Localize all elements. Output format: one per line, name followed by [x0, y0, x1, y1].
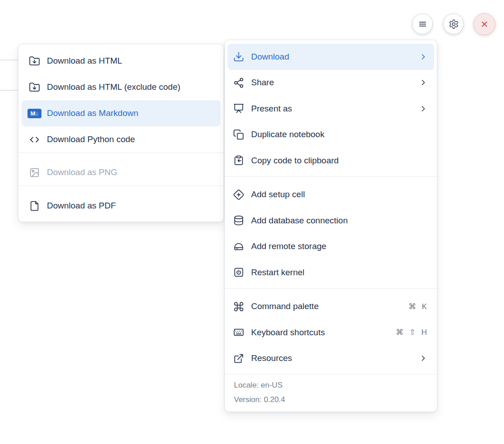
chevron-right-icon: [419, 52, 428, 61]
close-button[interactable]: [473, 13, 495, 35]
submenu-section-1: Download as HTML Download as HTML (exclu…: [18, 44, 224, 153]
menu-item-label: Resources: [251, 353, 412, 363]
drive-icon: [233, 241, 244, 252]
menu-item-label: Copy code to clipboard: [251, 156, 428, 166]
file-icon: [29, 200, 40, 212]
settings-button[interactable]: [443, 14, 464, 34]
menu-item-resources[interactable]: Resources: [228, 346, 434, 372]
share-icon: [233, 77, 244, 88]
menu-item-add-database-connection[interactable]: Add database connection: [228, 208, 434, 234]
command-icon: [233, 301, 244, 312]
menu-item-copy-code-to-clipboard[interactable]: Copy code to clipboard: [228, 148, 434, 174]
menu-item-command-palette[interactable]: Command palette ⌘ K: [228, 294, 434, 320]
menu-item-label: Command palette: [251, 301, 402, 311]
menu-section-cells: Add setup cell Add database connection A…: [225, 176, 437, 288]
menu-item-label: Share: [251, 78, 412, 88]
menu-item-download-as-markdown[interactable]: M↓ Download as Markdown: [22, 100, 220, 126]
submenu-section-3: Download as PDF: [18, 185, 224, 222]
external-link-icon: [233, 353, 244, 364]
close-icon: [479, 19, 490, 29]
power-square-icon: [233, 267, 244, 278]
menu-item-label: Download: [251, 52, 412, 62]
menu-item-label: Download Python code: [47, 134, 215, 144]
menu-item-label: Restart kernel: [251, 268, 428, 278]
menu-item-download-python-code[interactable]: Download Python code: [22, 126, 220, 153]
copy-icon: [233, 129, 244, 140]
menu-item-add-remote-storage[interactable]: Add remote storage: [228, 234, 434, 260]
menu-item-label: Download as HTML: [47, 56, 215, 66]
markdown-icon: M↓: [27, 109, 41, 118]
download-icon: [233, 51, 244, 62]
menu-item-label: Duplicate notebook: [251, 130, 428, 139]
code-icon: [29, 134, 40, 145]
presentation-icon: [233, 103, 244, 114]
menu-item-keyboard-shortcuts[interactable]: Keyboard shortcuts ⌘ ⇧ H: [228, 319, 434, 346]
menu-item-download-as-pdf[interactable]: Download as PDF: [22, 193, 220, 219]
shortcut-hint: ⌘ ⇧ H: [396, 328, 429, 337]
menu-item-download[interactable]: Download: [228, 44, 434, 70]
menu-item-label: Keyboard shortcuts: [251, 328, 389, 338]
menu-item-label: Download as PNG: [47, 167, 215, 177]
folder-download-icon: [29, 82, 40, 93]
menu-section-export: Download Share Present as Duplicate note…: [225, 40, 437, 176]
menu-item-label: Download as PDF: [47, 201, 215, 211]
keyboard-icon: [233, 327, 244, 338]
menu-item-download-as-html[interactable]: Download as HTML: [22, 48, 220, 74]
menu-item-restart-kernel[interactable]: Restart kernel: [228, 259, 434, 286]
gear-icon: [449, 19, 459, 29]
image-icon: [29, 167, 40, 178]
menu-item-label: Download as Markdown: [47, 108, 215, 118]
menu-item-share[interactable]: Share: [228, 70, 434, 96]
hamburger-icon: [417, 19, 428, 29]
menu-item-label: Add remote storage: [251, 241, 428, 251]
background-cell-border: [0, 90, 18, 91]
menu-item-duplicate-notebook[interactable]: Duplicate notebook: [228, 122, 434, 148]
menu-item-label: Add setup cell: [251, 190, 428, 199]
locale-text: Locale: en-US: [234, 378, 428, 393]
diamond-plus-icon: [233, 189, 244, 200]
chevron-right-icon: [419, 78, 428, 87]
database-icon: [233, 215, 244, 226]
shortcut-hint: ⌘ K: [408, 302, 429, 311]
menu-item-label: Present as: [251, 104, 412, 114]
chevron-right-icon: [419, 104, 428, 113]
background-cell-border: [0, 60, 18, 60]
notebook-actions-menu: Download Share Present as Duplicate note…: [225, 40, 437, 412]
menu-section-help: Command palette ⌘ K Keyboard shortcuts ⌘…: [225, 288, 437, 375]
menu-item-download-as-png: Download as PNG: [22, 159, 220, 185]
menu-item-add-setup-cell[interactable]: Add setup cell: [228, 182, 434, 208]
menu-item-label: Add database connection: [251, 216, 428, 226]
clipboard-copy-icon: [233, 155, 244, 166]
menu-footer: Locale: en-US Version: 0.20.4: [225, 374, 437, 412]
download-submenu: Download as HTML Download as HTML (exclu…: [18, 44, 224, 222]
folder-download-icon: [29, 56, 40, 67]
submenu-section-2: Download as PNG: [18, 153, 224, 185]
chevron-right-icon: [419, 354, 428, 363]
menu-item-present-as[interactable]: Present as: [228, 96, 434, 122]
menu-item-download-as-html-exclude-code[interactable]: Download as HTML (exclude code): [22, 74, 220, 100]
menu-item-label: Download as HTML (exclude code): [47, 82, 215, 92]
notebook-menu-button[interactable]: [412, 14, 433, 34]
version-text: Version: 0.20.4: [234, 393, 428, 407]
